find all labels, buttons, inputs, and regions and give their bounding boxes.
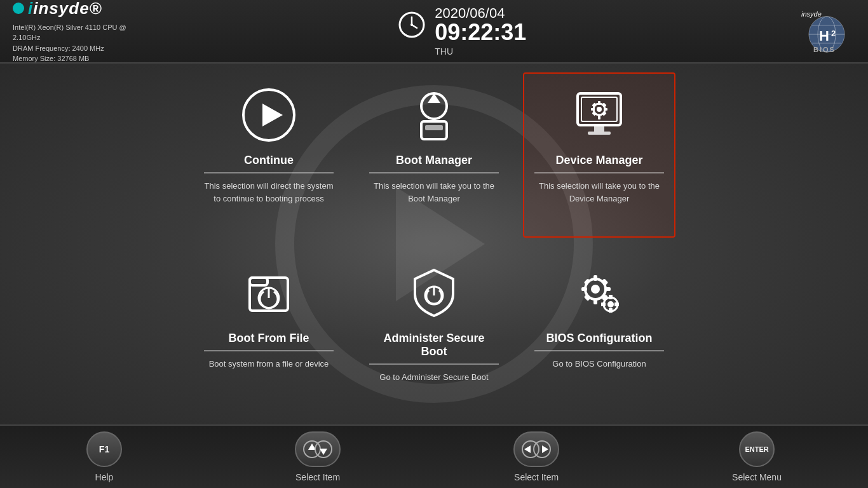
datetime-block: 2020/06/04 09:22:31 <box>435 6 526 44</box>
menu-item-boot-manager[interactable]: Boot Manager This selection will take yo… <box>358 72 510 238</box>
svg-rect-35 <box>602 111 606 116</box>
svg-rect-37 <box>250 278 268 285</box>
svg-rect-57 <box>614 302 619 306</box>
logo-dot-icon <box>13 3 24 14</box>
bios-configuration-title: BIOS Configuration <box>534 332 664 351</box>
svg-rect-50 <box>584 294 591 301</box>
logo-i: i <box>28 0 33 18</box>
boot-manager-title: Boot Manager <box>369 154 499 173</box>
clock-icon <box>398 11 426 39</box>
menu-item-bios-configuration[interactable]: BIOS Configuration Go to BIOS Configurat… <box>523 250 675 416</box>
menu-item-administer-secure-boot[interactable]: Administer Secure Boot Go to Administer … <box>358 250 510 416</box>
bios-configuration-icon <box>571 264 628 322</box>
help-label: Help <box>95 472 114 482</box>
menu-item-continue[interactable]: Continue This selection will direct the … <box>193 72 345 238</box>
svg-text:BIOS: BIOS <box>813 46 836 53</box>
svg-text:2: 2 <box>831 29 836 38</box>
continue-desc: This selection will direct the system to… <box>204 180 334 205</box>
boot-manager-icon <box>405 86 463 144</box>
main-content: Continue This selection will direct the … <box>0 64 868 424</box>
boot-from-file-icon <box>240 264 297 322</box>
svg-rect-28 <box>598 101 600 105</box>
svg-rect-25 <box>588 132 611 135</box>
continue-title: Continue <box>204 154 334 173</box>
clock-area: 2020/06/04 09:22:31 <box>398 6 526 44</box>
svg-marker-65 <box>542 445 548 453</box>
svg-rect-49 <box>602 278 609 285</box>
select-menu-label: Select Menu <box>732 472 782 482</box>
help-key: F1 <box>99 444 109 454</box>
svg-rect-32 <box>592 102 596 107</box>
svg-rect-34 <box>592 111 596 116</box>
svg-rect-44 <box>593 275 597 281</box>
menu-item-device-manager[interactable]: Device Manager This selection will take … <box>523 72 675 238</box>
boot-from-file-desc: Boot system from a file or device <box>209 358 329 370</box>
svg-point-27 <box>597 107 602 112</box>
logo-text: iinsyde® <box>28 0 102 18</box>
help-button[interactable]: F1 <box>86 431 122 467</box>
svg-rect-45 <box>593 299 597 304</box>
administer-secure-boot-desc: Go to Administer Secure Boot <box>379 371 488 384</box>
device-manager-desc: This selection will take you to the Devi… <box>534 180 664 205</box>
svg-rect-47 <box>605 287 611 291</box>
svg-point-3 <box>410 24 413 26</box>
menu-item-boot-from-file[interactable]: Boot From File Boot system from a file o… <box>193 250 345 416</box>
svg-rect-55 <box>609 308 613 313</box>
svg-marker-61 <box>320 449 327 455</box>
select-item-leftright-label: Select Item <box>514 472 559 482</box>
svg-rect-33 <box>602 102 606 107</box>
administer-secure-boot-title: Administer Secure Boot <box>369 332 499 365</box>
time-text: 09:22:31 <box>435 21 526 44</box>
header-left: iinsyde® Intel(R) Xeon(R) Silver 4110 CP… <box>13 0 126 64</box>
svg-rect-54 <box>609 295 613 299</box>
svg-marker-63 <box>524 445 531 453</box>
enter-key: ENTER <box>745 445 768 453</box>
svg-rect-31 <box>604 108 607 111</box>
svg-text:insyde: insyde <box>801 10 822 18</box>
menu-grid: Continue This selection will direct the … <box>193 47 675 441</box>
device-manager-icon <box>571 86 628 144</box>
svg-rect-46 <box>581 287 587 291</box>
svg-point-43 <box>591 285 600 294</box>
svg-rect-29 <box>598 116 600 119</box>
continue-icon <box>240 86 297 144</box>
device-manager-title: Device Manager <box>534 154 664 173</box>
svg-rect-56 <box>601 302 606 306</box>
cpu-info: Intel(R) Xeon(R) Silver 4110 CPU @ 2.10G… <box>13 22 126 64</box>
select-menu-button[interactable]: ENTER <box>739 431 775 467</box>
up-down-arrows-icon <box>302 440 334 459</box>
bios-configuration-desc: Go to BIOS Configuration <box>552 358 646 370</box>
svg-marker-15 <box>262 104 283 126</box>
footer-item-select-menu: ENTER Select Menu <box>732 431 782 482</box>
insyde-bios-logo-icon: insyde H 2 BIOS <box>798 8 855 55</box>
svg-rect-30 <box>591 108 595 111</box>
left-right-arrows-icon <box>520 440 552 459</box>
administer-secure-boot-icon <box>405 264 463 322</box>
boot-manager-desc: This selection will take you to the Boot… <box>369 180 499 205</box>
svg-point-53 <box>607 301 614 308</box>
footer-item-help: F1 Help <box>86 431 122 482</box>
insyde-logo: iinsyde® <box>13 0 126 18</box>
header-right: insyde H 2 BIOS <box>798 8 855 55</box>
boot-from-file-title: Boot From File <box>204 332 334 351</box>
svg-text:H: H <box>819 28 829 44</box>
svg-rect-24 <box>594 125 604 132</box>
select-item-updown-label: Select Item <box>295 472 340 482</box>
svg-rect-19 <box>425 125 443 130</box>
